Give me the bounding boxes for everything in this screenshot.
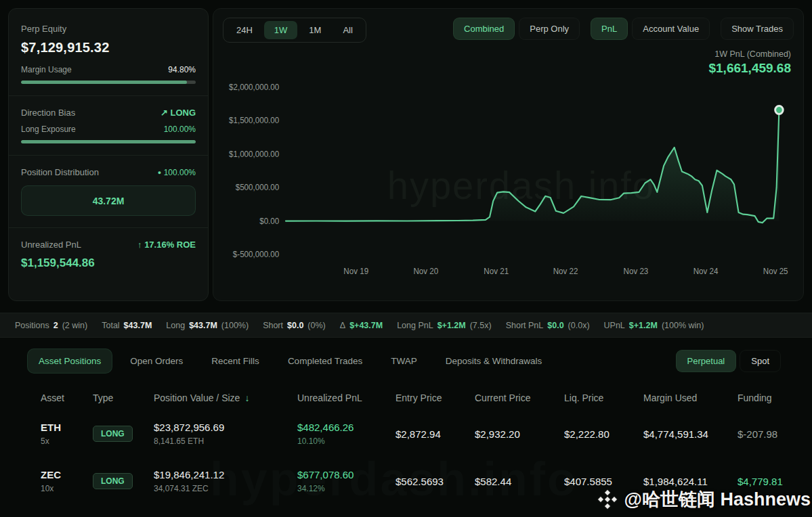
time-range-group: 24H 1W 1M All bbox=[223, 18, 366, 43]
current-price: $582.44 bbox=[475, 476, 564, 487]
tab-completed-trades[interactable]: Completed Trades bbox=[277, 349, 373, 373]
tab-asset-positions[interactable]: Asset Positions bbox=[27, 349, 112, 374]
long-exposure-bar-fill bbox=[21, 140, 196, 143]
header-unrealized-pnl[interactable]: Unrealized PnL bbox=[297, 392, 396, 403]
position-distribution-size: 43.72M bbox=[93, 196, 125, 206]
svg-text:Nov 20: Nov 20 bbox=[413, 267, 438, 276]
summary-short: Short $0.0 (0%) bbox=[263, 321, 326, 330]
header-liq-price[interactable]: Liq. Price bbox=[564, 392, 643, 403]
header-entry-price[interactable]: Entry Price bbox=[396, 392, 475, 403]
perp-equity-value: $7,129,915.32 bbox=[21, 40, 196, 55]
long-badge: LONG bbox=[93, 426, 133, 442]
range-tab-1m[interactable]: 1M bbox=[299, 21, 331, 39]
unrealized-pnl-pct: 10.10% bbox=[297, 436, 396, 446]
chart-header: 24H 1W 1M All Combined Perp Only PnL Acc… bbox=[223, 18, 794, 43]
unrealized-pnl-pct: 34.12% bbox=[297, 484, 396, 493]
header-current-price[interactable]: Current Price bbox=[475, 392, 564, 403]
summary-total: Total $43.7M bbox=[102, 321, 152, 330]
svg-text:$1,000,000.00: $1,000,000.00 bbox=[229, 150, 280, 159]
direction-bias-label: Direction Bias bbox=[21, 108, 75, 118]
mode-tab-perp-only[interactable]: Perp Only bbox=[519, 18, 580, 40]
green-dot-icon: ● bbox=[158, 169, 161, 176]
header-margin-used[interactable]: Margin Used bbox=[643, 392, 738, 403]
svg-text:$1,500,000.00: $1,500,000.00 bbox=[229, 116, 280, 125]
svg-text:$0.00: $0.00 bbox=[259, 216, 279, 225]
market-type-toggle: Perpetual Spot bbox=[676, 350, 781, 372]
divider bbox=[9, 227, 208, 228]
summary-long: Long $43.7M (100%) bbox=[166, 321, 249, 330]
unrealized-pnl: $482,466.26 bbox=[297, 422, 396, 433]
position-value: $19,846,241.12 bbox=[154, 469, 297, 480]
margin-usage-value: 94.80% bbox=[168, 65, 196, 74]
summary-short-pnl: Short PnL $0.0 (0.0x) bbox=[506, 321, 590, 330]
long-badge: LONG bbox=[93, 473, 133, 489]
range-tab-all[interactable]: All bbox=[333, 21, 362, 39]
position-size: 34,074.31 ZEC bbox=[154, 484, 297, 493]
section-tabs: Asset Positions Open Orders Recent Fills… bbox=[27, 349, 781, 374]
toggle-spot[interactable]: Spot bbox=[740, 350, 781, 372]
positions-table: Asset Type Position Value / Size ↓ Unrea… bbox=[8, 383, 804, 505]
unrealized-pnl-label: Unrealized PnL bbox=[21, 240, 81, 250]
tab-open-orders[interactable]: Open Orders bbox=[119, 349, 194, 373]
margin-usage-bar bbox=[21, 81, 196, 84]
top-section: Perp Equity $7,129,915.32 Margin Usage 9… bbox=[8, 8, 804, 301]
unrealized-pnl-value: $1,159,544.86 bbox=[21, 256, 196, 270]
summary-upnl: UPnL $+1.2M (100% win) bbox=[604, 321, 704, 330]
unrealized-pnl: $677,078.60 bbox=[297, 469, 396, 480]
metric-tab-pnl[interactable]: PnL bbox=[591, 18, 628, 40]
direction-bias-value: LONG bbox=[170, 108, 196, 118]
header-type[interactable]: Type bbox=[93, 392, 154, 403]
tab-deposits-withdrawals[interactable]: Deposits & Withdrawals bbox=[435, 349, 553, 373]
pnl-header-value: $1,661,459.68 bbox=[223, 61, 791, 76]
divider bbox=[9, 155, 208, 156]
position-size: 8,141.65 ETH bbox=[154, 436, 297, 446]
position-value: $23,872,956.69 bbox=[154, 422, 297, 433]
toggle-perpetual[interactable]: Perpetual bbox=[676, 350, 737, 372]
margin-used: $4,774,591.34 bbox=[643, 428, 738, 440]
funding: $-207.98 bbox=[738, 428, 788, 440]
dashboard-page: Perp Equity $7,129,915.32 Margin Usage 9… bbox=[0, 0, 812, 513]
svg-text:Nov 21: Nov 21 bbox=[484, 267, 509, 276]
svg-text:$-500,000.00: $-500,000.00 bbox=[233, 250, 280, 259]
header-funding[interactable]: Funding bbox=[738, 392, 788, 403]
position-distribution-box[interactable]: 43.72M bbox=[21, 185, 196, 216]
header-asset[interactable]: Asset bbox=[41, 392, 93, 403]
trend-up-icon: ↗ bbox=[161, 108, 168, 118]
chart-area[interactable]: hyperdash.info$2,000,000.00$1,500,000.00… bbox=[223, 77, 794, 280]
range-tab-24h[interactable]: 24H bbox=[226, 21, 263, 39]
range-tab-1w[interactable]: 1W bbox=[264, 21, 298, 39]
long-exposure-label: Long Exposure bbox=[21, 125, 76, 134]
header-position-value[interactable]: Position Value / Size ↓ bbox=[154, 392, 297, 403]
asset-symbol: ZEC bbox=[41, 469, 93, 480]
metric-tab-account-value[interactable]: Account Value bbox=[632, 18, 710, 40]
show-trades-button[interactable]: Show Trades bbox=[721, 18, 794, 40]
table-row[interactable]: ETH 5x LONG $23,872,956.69 8,141.65 ETH … bbox=[41, 410, 788, 457]
sort-desc-icon[interactable]: ↓ bbox=[244, 392, 249, 403]
arrow-up-icon: ↑ bbox=[137, 240, 142, 250]
divider bbox=[9, 95, 208, 96]
tab-twap[interactable]: TWAP bbox=[380, 349, 428, 373]
funding: $4,779.81 bbox=[738, 476, 788, 487]
svg-text:Nov 19: Nov 19 bbox=[343, 267, 368, 276]
pnl-header: 1W PnL (Combined) $1,661,459.68 bbox=[223, 49, 794, 76]
roe-value: 17.16% ROE bbox=[144, 240, 196, 250]
pnl-chart-svg[interactable]: hyperdash.info$2,000,000.00$1,500,000.00… bbox=[223, 77, 794, 280]
entry-price: $562.5693 bbox=[396, 476, 475, 487]
asset-leverage: 5x bbox=[41, 436, 93, 446]
svg-text:$500,000.00: $500,000.00 bbox=[236, 183, 280, 192]
summary-delta: Δ $+43.7M bbox=[340, 321, 383, 330]
svg-text:Nov 25: Nov 25 bbox=[763, 267, 788, 276]
svg-text:Nov 22: Nov 22 bbox=[553, 267, 578, 276]
perp-equity-label: Perp Equity bbox=[21, 24, 196, 34]
entry-price: $2,872.94 bbox=[396, 428, 475, 440]
mode-tab-combined[interactable]: Combined bbox=[453, 18, 515, 40]
margin-usage-bar-fill bbox=[21, 81, 187, 84]
table-row[interactable]: ZEC 10x LONG $19,846,241.12 34,074.31 ZE… bbox=[41, 457, 788, 505]
summary-long-pnl: Long PnL $+1.2M (7.5x) bbox=[397, 321, 492, 330]
margin-used: $1,984,624.11 bbox=[643, 476, 738, 487]
tab-recent-fills[interactable]: Recent Fills bbox=[200, 349, 270, 373]
positions-summary-bar: Positions 2 (2 win) Total $43.7M Long $4… bbox=[0, 313, 812, 338]
svg-text:Nov 23: Nov 23 bbox=[624, 267, 649, 276]
svg-text:Nov 24: Nov 24 bbox=[693, 267, 719, 276]
pnl-chart-card: 24H 1W 1M All Combined Perp Only PnL Acc… bbox=[213, 8, 804, 301]
